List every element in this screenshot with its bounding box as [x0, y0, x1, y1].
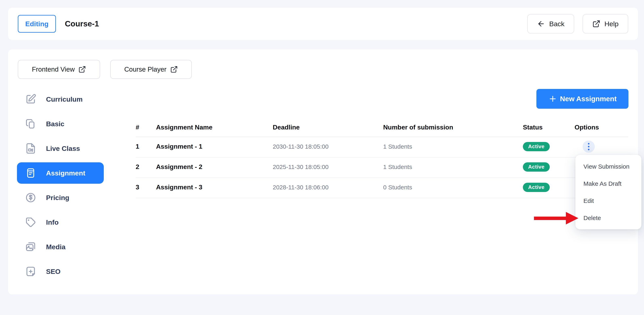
notebook-icon	[25, 167, 36, 179]
assignment-name: Assignment - 3	[156, 184, 273, 191]
assignment-name: Assignment - 2	[156, 163, 273, 171]
submission-count: 0 Students	[383, 184, 523, 191]
options-cell	[574, 141, 628, 153]
row-index: 2	[136, 163, 156, 171]
sidebar-item-label: Pricing	[46, 194, 69, 202]
column-header-deadline: Deadline	[273, 124, 383, 131]
file-video-icon	[25, 143, 36, 154]
column-header-options: Options	[574, 124, 628, 131]
file-plus-icon	[25, 266, 36, 277]
table-row: 2 Assignment - 2 2025-11-30 18:05:00 1 S…	[136, 157, 628, 178]
sidebar-item-label: Assignment	[46, 169, 86, 177]
status-cell: Active	[523, 142, 574, 151]
submission-count: 1 Students	[383, 164, 523, 170]
status-cell: Active	[523, 162, 574, 172]
sidebar-item-pricing[interactable]: Pricing	[17, 187, 104, 208]
curriculum-edit-icon	[25, 94, 36, 105]
sidebar-item-info[interactable]: Info	[17, 212, 104, 233]
external-link-icon	[170, 65, 178, 73]
new-assignment-label: New Assignment	[560, 95, 617, 103]
submission-count: 1 Students	[383, 143, 523, 150]
arrow-left-icon	[537, 20, 545, 28]
tag-icon	[25, 217, 36, 228]
frontend-view-label: Frontend View	[32, 65, 75, 73]
plus-icon	[548, 94, 557, 103]
row-options-kebab-button[interactable]	[583, 141, 595, 153]
arrow-shaft	[534, 217, 566, 220]
status-badge: Active	[523, 142, 550, 151]
assignment-deadline: 2030-11-30 18:05:00	[273, 143, 383, 150]
sidebar-item-label: Curriculum	[46, 95, 82, 103]
kebab-dots-icon	[588, 143, 590, 151]
new-assignment-button[interactable]: New Assignment	[536, 89, 628, 109]
table-row: 1 Assignment - 1 2030-11-30 18:05:00 1 S…	[136, 137, 628, 157]
course-editor-panel: Frontend View Course Player Curriculum B…	[8, 49, 638, 295]
table-row: 3 Assignment - 3 2028-11-30 18:06:00 0 S…	[136, 178, 628, 198]
media-images-icon	[25, 241, 36, 253]
sidebar-item-label: Media	[46, 243, 66, 251]
course-player-label: Course Player	[124, 65, 166, 73]
dollar-circle-icon	[25, 192, 36, 203]
copy-icon	[25, 118, 36, 129]
course-settings-sidebar: Curriculum Basic Live Class Assignment P…	[17, 88, 104, 285]
status-cell: Active	[523, 183, 574, 192]
table-header-row: # Assignment Name Deadline Number of sub…	[136, 118, 628, 137]
sidebar-item-basic[interactable]: Basic	[17, 113, 104, 134]
column-header-submissions: Number of submission	[383, 124, 523, 131]
page-title: Course-1	[65, 19, 99, 28]
sidebar-item-label: Basic	[46, 120, 64, 128]
editing-status-badge: Editing	[18, 15, 56, 33]
row-options-dropdown-menu: View Submission Make As Draft Edit Delet…	[575, 155, 642, 229]
external-link-icon	[592, 20, 600, 28]
status-badge: Active	[523, 162, 550, 172]
back-button-label: Back	[549, 20, 564, 28]
assignment-name: Assignment - 1	[156, 143, 273, 150]
frontend-view-button[interactable]: Frontend View	[18, 60, 100, 79]
assignment-deadline: 2025-11-30 18:05:00	[273, 164, 383, 170]
sidebar-item-label: Live Class	[46, 145, 80, 152]
sidebar-item-media[interactable]: Media	[17, 236, 104, 258]
sidebar-item-curriculum[interactable]: Curriculum	[17, 88, 104, 110]
external-link-icon	[78, 65, 86, 73]
sidebar-item-label: SEO	[46, 268, 60, 276]
sidebar-item-live-class[interactable]: Live Class	[17, 138, 104, 159]
column-header-index: #	[136, 124, 156, 131]
assignment-deadline: 2028-11-30 18:06:00	[273, 184, 383, 191]
menu-item-view-submission[interactable]: View Submission	[575, 158, 642, 175]
row-index: 1	[136, 143, 156, 150]
header-bar: Editing Course-1 Back Help	[8, 8, 638, 40]
assignments-table: # Assignment Name Deadline Number of sub…	[136, 118, 628, 198]
row-index: 3	[136, 184, 156, 191]
menu-item-edit[interactable]: Edit	[575, 192, 642, 209]
help-button[interactable]: Help	[583, 14, 628, 33]
menu-item-make-as-draft[interactable]: Make As Draft	[575, 175, 642, 192]
course-player-button[interactable]: Course Player	[110, 60, 192, 79]
sidebar-item-seo[interactable]: SEO	[17, 261, 104, 282]
back-button[interactable]: Back	[527, 14, 574, 33]
sidebar-item-assignment[interactable]: Assignment	[17, 162, 104, 184]
sidebar-item-label: Info	[46, 218, 58, 226]
menu-item-delete[interactable]: Delete	[575, 209, 642, 227]
column-header-name: Assignment Name	[156, 124, 273, 131]
status-badge: Active	[523, 183, 550, 192]
column-header-status: Status	[523, 124, 574, 131]
help-button-label: Help	[604, 20, 618, 28]
